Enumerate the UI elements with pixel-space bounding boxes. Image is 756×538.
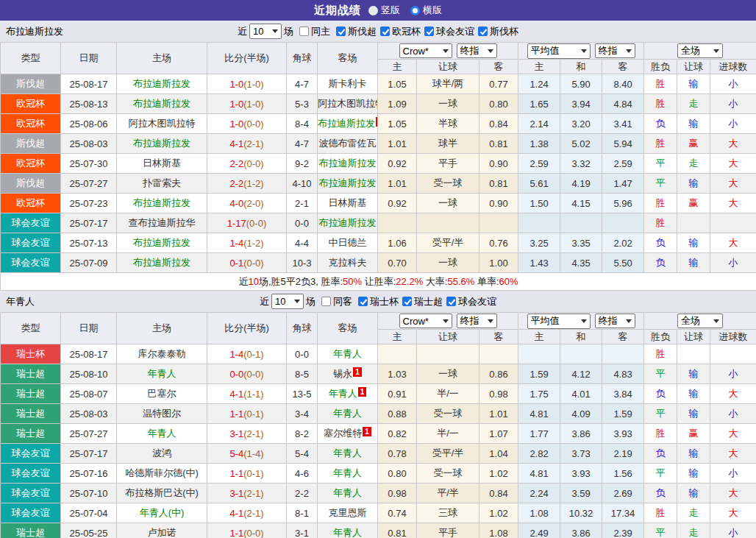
- date-cell: 25-08-03: [61, 404, 117, 424]
- col-header-corners: 角球: [287, 43, 318, 74]
- league-filter-checkbox[interactable]: 斯伐杯: [478, 25, 518, 38]
- league-cell: 欧冠杯: [1, 114, 61, 134]
- date-cell: 25-07-16: [61, 464, 117, 484]
- bookmaker-select[interactable]: Crow*: [399, 43, 452, 58]
- scope-select[interactable]: 全场: [677, 43, 723, 58]
- league-cell: 瑞士杯: [1, 344, 61, 364]
- avg-home-cell: 1.50: [518, 194, 560, 213]
- bookmaker-stage-select[interactable]: 终指: [457, 43, 497, 58]
- score-cell: 0-1(0-0): [207, 253, 287, 273]
- odds-handicap-cell: 受一球: [417, 464, 479, 484]
- select-value: 终指: [460, 314, 484, 328]
- games-label: 场: [284, 25, 293, 38]
- select-value: 终指: [599, 44, 622, 57]
- half-score: (2-0): [243, 198, 263, 209]
- col-header-corners: 角球: [287, 313, 318, 344]
- league-filter-checkbox[interactable]: 欧冠杯: [380, 25, 421, 38]
- subcol-avg-away: 客: [602, 330, 644, 344]
- away-team-cell: 布拉迪斯拉发: [318, 154, 378, 174]
- checkbox-icon: [402, 297, 412, 306]
- chevron-down-icon: [488, 319, 493, 323]
- league-cell: 欧冠杯: [1, 154, 61, 174]
- section-bratislava: 布拉迪斯拉发 近 10 场 同主 斯伐超欧冠杯球会友谊斯伐杯 类型 日期 主场 …: [0, 21, 756, 291]
- home-team-cell: 扑雷索夫: [117, 174, 207, 194]
- league-filter-checkbox[interactable]: 瑞士超: [402, 295, 443, 308]
- avg-home-cell: 1.59: [518, 364, 560, 384]
- average-select[interactable]: 平均值: [527, 43, 591, 59]
- team-name: 布拉迪斯拉发: [6, 25, 63, 38]
- scope-select-group: 全场: [644, 313, 756, 330]
- team-name-text: 年青人: [333, 447, 362, 459]
- scope-select[interactable]: 全场: [677, 314, 723, 328]
- team-name-text: 布拉迪斯拉发: [319, 177, 377, 188]
- bookmaker-select[interactable]: Crow*: [399, 314, 452, 328]
- same-venue-checkbox[interactable]: 同主: [299, 25, 330, 38]
- select-value: Crow*: [403, 316, 439, 327]
- team-name-text: 斯卡利卡: [329, 78, 367, 89]
- score-cell: 1-4(0-1): [207, 344, 287, 364]
- league-filter-checkbox[interactable]: 瑞士杯: [358, 295, 399, 308]
- score-cell: 1-1(0-0): [207, 523, 287, 538]
- full-score: 1-1: [229, 408, 243, 420]
- team-name-text: 布拉迪斯拉发: [318, 118, 375, 129]
- summary-part: 50%: [343, 276, 362, 287]
- chevron-down-icon: [294, 300, 300, 303]
- away-team-cell: 布拉迪斯拉发: [318, 174, 378, 194]
- league-filter-checkbox[interactable]: 斯伐超: [336, 25, 377, 38]
- average-stage-select[interactable]: 终指: [595, 43, 635, 58]
- score-cell: 3-1(2-1): [207, 424, 287, 444]
- full-score: 1-0: [229, 79, 243, 90]
- away-team-cell: 年青人: [318, 484, 378, 503]
- select-value: 全场: [681, 44, 710, 57]
- goals-result-cell: 小: [710, 364, 756, 384]
- score-cell: 4-0(2-0): [207, 194, 287, 213]
- home-team-cell: 卢加诺: [117, 523, 207, 538]
- subcol-odds-away: 客: [479, 60, 518, 74]
- avg-draw-cell: 5.02: [560, 134, 602, 154]
- away-team-cell: 年青人: [318, 344, 378, 364]
- full-score: 1-1: [229, 468, 243, 479]
- bookmaker-select-group: Crow*终指: [378, 313, 518, 330]
- odds-home-cell: 0.74: [378, 503, 417, 523]
- date-cell: 25-07-27: [61, 424, 117, 444]
- league-filter-checkbox[interactable]: 球会友谊: [424, 25, 474, 38]
- odds-handicap-cell: 平手: [417, 523, 479, 538]
- same-venue-checkbox[interactable]: 同客: [321, 295, 352, 308]
- avg-draw-cell: 4.01: [560, 384, 602, 404]
- away-team-cell: 斯卡利卡: [318, 74, 378, 94]
- handicap-result-cell: 走: [677, 94, 710, 114]
- corners-cell: 4-7: [287, 134, 318, 154]
- match-row: 瑞士超25-07-27年青人3-1(2-1)8-2塞尔维特10.82半/一1.0…: [1, 424, 756, 444]
- league-filter-checkbox[interactable]: 球会友谊: [446, 295, 496, 308]
- team-name-text: 扑雷索夫: [143, 177, 181, 188]
- match-count-select[interactable]: 10: [249, 24, 282, 39]
- bookmaker-select-group: Crow*终指: [378, 43, 518, 60]
- games-label: 场: [306, 295, 315, 308]
- corners-cell: 13-5: [287, 384, 318, 404]
- league-cell: 欧冠杯: [1, 194, 61, 213]
- corners-cell: 8-5: [287, 364, 318, 384]
- odds-home-cell: 0.98: [378, 484, 417, 503]
- average-stage-select[interactable]: 终指: [595, 314, 635, 328]
- match-count-select[interactable]: 10: [271, 294, 304, 309]
- handicap-result-cell: 走: [677, 523, 710, 538]
- average-select[interactable]: 平均值: [527, 314, 591, 329]
- bookmaker-stage-select[interactable]: 终指: [457, 314, 497, 328]
- layout-radio-vertical[interactable]: 竖版: [368, 4, 400, 17]
- half-score: (0-0): [243, 528, 263, 538]
- red-card-badge: 1: [358, 387, 367, 397]
- odds-away-cell: 0.86: [479, 364, 518, 384]
- full-score: 1-1: [229, 528, 243, 538]
- avg-away-cell: 3.84: [602, 384, 644, 404]
- team-name-text: 中日德兰: [329, 237, 367, 248]
- half-score: (2-1): [243, 138, 263, 149]
- col-header-date: 日期: [61, 313, 117, 344]
- chevron-down-icon: [581, 319, 587, 323]
- layout-radio-horizontal[interactable]: 横版: [410, 4, 442, 17]
- subcol-goals-result: 进球数: [710, 60, 756, 74]
- odds-home-cell: 0.91: [378, 384, 417, 404]
- team-name-text: 年青人: [333, 527, 362, 538]
- match-row: 球会友谊25-07-16哈德斯菲尔德(中)1-1(0-1)4-6年青人0.80受…: [1, 464, 756, 484]
- col-header-away: 客场: [318, 43, 378, 74]
- avg-draw-cell: 3.93: [560, 464, 602, 484]
